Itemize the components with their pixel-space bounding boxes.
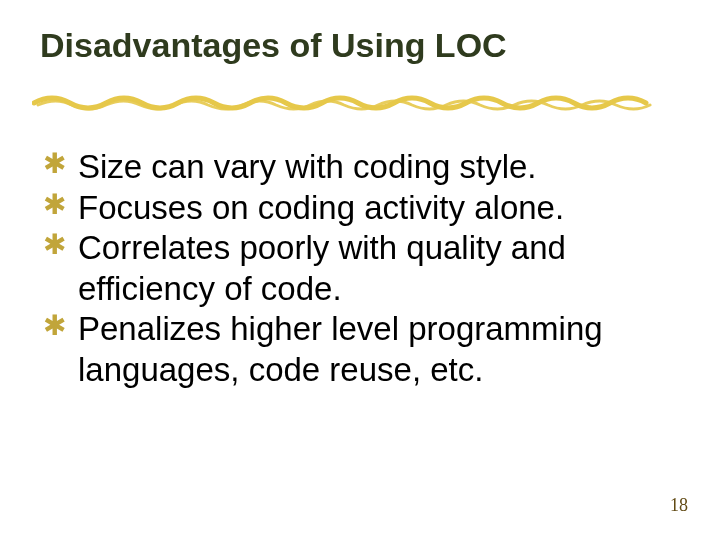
- title-underline: [32, 89, 672, 113]
- list-item: ✱ Focuses on coding activity alone.: [44, 188, 680, 229]
- bullet-icon: ✱: [43, 230, 66, 261]
- bullet-text: Size can vary with coding style.: [78, 148, 537, 185]
- bullet-text: Correlates poorly with quality and effic…: [78, 229, 566, 307]
- bullet-icon: ✱: [43, 311, 66, 342]
- list-item: ✱ Correlates poorly with quality and eff…: [44, 228, 680, 309]
- scribble-underline-icon: [32, 89, 672, 113]
- slide-title: Disadvantages of Using LOC: [40, 26, 680, 65]
- page-number: 18: [670, 495, 688, 516]
- list-item: ✱ Size can vary with coding style.: [44, 147, 680, 188]
- bullet-list: ✱ Size can vary with coding style. ✱ Foc…: [40, 147, 680, 390]
- bullet-text: Focuses on coding activity alone.: [78, 189, 564, 226]
- slide: Disadvantages of Using LOC ✱ Size can va…: [0, 0, 720, 540]
- bullet-icon: ✱: [43, 149, 66, 180]
- bullet-icon: ✱: [43, 190, 66, 221]
- list-item: ✱ Penalizes higher level programming lan…: [44, 309, 680, 390]
- bullet-text: Penalizes higher level programming langu…: [78, 310, 603, 388]
